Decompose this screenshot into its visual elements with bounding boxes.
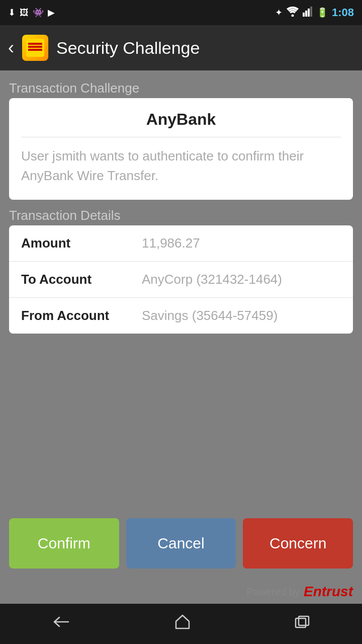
- app-bar: ‹ Security Challenge: [0, 25, 362, 70]
- details-card: Amount 11,986.27 To Account AnyCorp (321…: [9, 225, 353, 334]
- svg-rect-6: [28, 46, 42, 48]
- from-account-value: Savings (35644-57459): [142, 308, 278, 324]
- android-icon: 👾: [33, 7, 44, 18]
- main-content: Transaction Challenge AnyBank User jsmit…: [0, 70, 362, 518]
- status-icons-right: ✦ 🔋 1:08: [275, 6, 354, 19]
- svg-rect-1: [303, 13, 305, 17]
- to-account-label: To Account: [21, 272, 142, 287]
- challenge-message: User jsmith wants to authenticate to con…: [21, 146, 341, 186]
- to-account-row: To Account AnyCorp (321432-1464): [9, 262, 353, 298]
- image-icon: 🖼: [20, 8, 29, 18]
- svg-rect-3: [308, 9, 310, 17]
- recents-nav-icon[interactable]: [294, 614, 311, 633]
- cancel-button[interactable]: Cancel: [126, 518, 236, 569]
- download-icon: ⬇: [8, 7, 16, 18]
- entrust-brand: Entrust: [304, 584, 353, 600]
- amount-label: Amount: [21, 235, 142, 251]
- status-bar: ⬇ 🖼 👾 ▶ ✦ 🔋 1:08: [0, 0, 362, 25]
- transaction-details-section: Transaction Details Amount 11,986.27 To …: [9, 208, 353, 334]
- transaction-details-label: Transaction Details: [9, 208, 353, 223]
- home-nav-icon[interactable]: [174, 613, 191, 634]
- svg-marker-9: [176, 615, 189, 628]
- concern-button[interactable]: Concern: [243, 518, 353, 569]
- bluetooth-icon: ✦: [275, 7, 283, 18]
- to-account-value: AnyCorp (321432-1464): [142, 272, 282, 287]
- app-icon: [22, 35, 48, 61]
- svg-rect-7: [28, 49, 42, 51]
- battery-icon: 🔋: [317, 7, 328, 18]
- back-nav-icon[interactable]: [51, 614, 71, 633]
- amount-value: 11,986.27: [142, 235, 200, 251]
- svg-rect-4: [310, 7, 312, 17]
- amount-row: Amount 11,986.27: [9, 225, 353, 262]
- svg-point-0: [291, 14, 294, 17]
- signal-icon: [303, 7, 313, 19]
- nav-bar: [0, 604, 362, 644]
- svg-rect-10: [296, 618, 306, 627]
- from-account-row: From Account Savings (35644-57459): [9, 298, 353, 334]
- confirm-button[interactable]: Confirm: [9, 518, 119, 569]
- svg-rect-2: [305, 11, 307, 17]
- transaction-challenge-section: Transaction Challenge AnyBank User jsmit…: [9, 80, 353, 200]
- back-button[interactable]: ‹: [8, 37, 14, 58]
- buttons-area: Confirm Cancel Concern: [0, 518, 362, 584]
- svg-rect-8: [28, 43, 42, 45]
- play-icon: ▶: [48, 7, 55, 18]
- app-title: Security Challenge: [56, 38, 200, 58]
- challenge-card: AnyBank User jsmith wants to authenticat…: [9, 98, 353, 200]
- status-time: 1:08: [332, 6, 354, 19]
- wifi-icon: [287, 7, 299, 19]
- transaction-challenge-label: Transaction Challenge: [9, 80, 353, 96]
- svg-rect-11: [299, 616, 309, 625]
- from-account-label: From Account: [21, 308, 142, 324]
- powered-by-text: Powered by: [246, 586, 300, 598]
- buttons-row: Confirm Cancel Concern: [9, 518, 353, 569]
- powered-by: Powered by Entrust: [0, 584, 362, 604]
- status-icons-left: ⬇ 🖼 👾 ▶: [8, 7, 55, 18]
- bank-name: AnyBank: [21, 110, 341, 137]
